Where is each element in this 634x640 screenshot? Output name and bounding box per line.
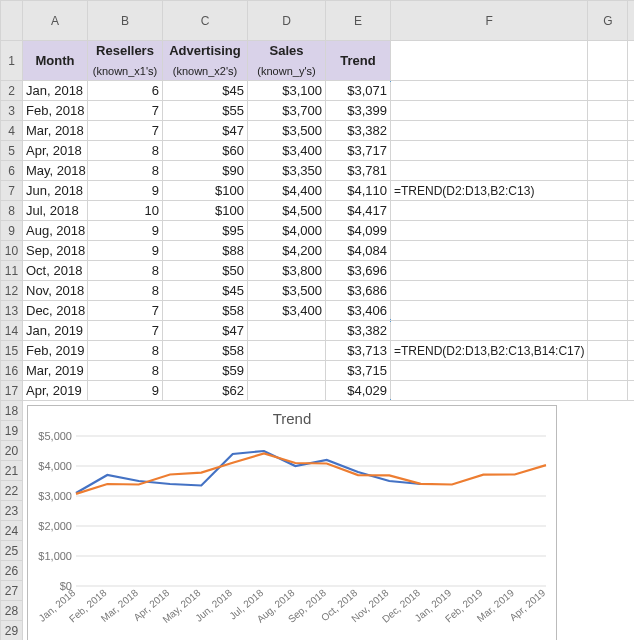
- cell-F8[interactable]: [391, 201, 588, 221]
- cell-D6[interactable]: $3,350: [248, 161, 326, 181]
- cell-E4[interactable]: $3,382: [326, 121, 391, 141]
- cell-H2[interactable]: [628, 81, 634, 101]
- table-header-B[interactable]: Resellers(known_x1's): [88, 41, 163, 81]
- cell-F10[interactable]: [391, 241, 588, 261]
- table-header-E[interactable]: Trend: [326, 41, 391, 81]
- cell-C4[interactable]: $47: [163, 121, 248, 141]
- row-header-28[interactable]: 28: [1, 601, 23, 621]
- cell-B10[interactable]: 9: [88, 241, 163, 261]
- cell-G7[interactable]: [588, 181, 628, 201]
- cell-D3[interactable]: $3,700: [248, 101, 326, 121]
- cell-H1[interactable]: [628, 41, 634, 81]
- cell-E10[interactable]: $4,084: [326, 241, 391, 261]
- cell-C7[interactable]: $100: [163, 181, 248, 201]
- row-header-20[interactable]: 20: [1, 441, 23, 461]
- row-header-19[interactable]: 19: [1, 421, 23, 441]
- row-header-16[interactable]: 16: [1, 361, 23, 381]
- cell-D17[interactable]: [248, 381, 326, 401]
- spreadsheet-grid[interactable]: ABCDEFGH1MonthResellers(known_x1's)Adver…: [0, 0, 634, 640]
- cell-H10[interactable]: [628, 241, 634, 261]
- cell-C3[interactable]: $55: [163, 101, 248, 121]
- cell-A7[interactable]: Jun, 2018: [23, 181, 88, 201]
- row-header-5[interactable]: 5: [1, 141, 23, 161]
- cell-H12[interactable]: [628, 281, 634, 301]
- cell-C15[interactable]: $58: [163, 341, 248, 361]
- cell-A6[interactable]: May, 2018: [23, 161, 88, 181]
- cell-B2[interactable]: 6: [88, 81, 163, 101]
- chart[interactable]: Trend$0$1,000$2,000$3,000$4,000$5,000Jan…: [27, 405, 557, 640]
- cell-F4[interactable]: [391, 121, 588, 141]
- cell-B6[interactable]: 8: [88, 161, 163, 181]
- cell-G6[interactable]: [588, 161, 628, 181]
- cell-A16[interactable]: Mar, 2019: [23, 361, 88, 381]
- cell-H17[interactable]: [628, 381, 634, 401]
- cell-G10[interactable]: [588, 241, 628, 261]
- cell-D15[interactable]: [248, 341, 326, 361]
- table-header-A[interactable]: Month: [23, 41, 88, 81]
- cell-H13[interactable]: [628, 301, 634, 321]
- col-header-B[interactable]: B: [88, 1, 163, 41]
- cell-B16[interactable]: 8: [88, 361, 163, 381]
- row-header-15[interactable]: 15: [1, 341, 23, 361]
- cell-E6[interactable]: $3,781: [326, 161, 391, 181]
- cell-C8[interactable]: $100: [163, 201, 248, 221]
- cell-E13[interactable]: $3,406: [326, 301, 391, 321]
- cell-E16[interactable]: $3,715: [326, 361, 391, 381]
- cell-F6[interactable]: [391, 161, 588, 181]
- row-header-26[interactable]: 26: [1, 561, 23, 581]
- cell-C2[interactable]: $45: [163, 81, 248, 101]
- cell-F1[interactable]: [391, 41, 588, 81]
- row-header-12[interactable]: 12: [1, 281, 23, 301]
- cell-A14[interactable]: Jan, 2019: [23, 321, 88, 341]
- cell-F7[interactable]: =TREND(D2:D13,B2:C13): [391, 181, 588, 201]
- cell-B15[interactable]: 8: [88, 341, 163, 361]
- table-header-C[interactable]: Advertising(known_x2's): [163, 41, 248, 81]
- cell-B8[interactable]: 10: [88, 201, 163, 221]
- cell-G13[interactable]: [588, 301, 628, 321]
- cell-B3[interactable]: 7: [88, 101, 163, 121]
- row-header-18[interactable]: 18: [1, 401, 23, 421]
- cell-G14[interactable]: [588, 321, 628, 341]
- cell-G12[interactable]: [588, 281, 628, 301]
- cell-D9[interactable]: $4,000: [248, 221, 326, 241]
- cell-A5[interactable]: Apr, 2018: [23, 141, 88, 161]
- row-header-8[interactable]: 8: [1, 201, 23, 221]
- cell-G11[interactable]: [588, 261, 628, 281]
- cell-H9[interactable]: [628, 221, 634, 241]
- cell-H11[interactable]: [628, 261, 634, 281]
- cell-B9[interactable]: 9: [88, 221, 163, 241]
- row-header-13[interactable]: 13: [1, 301, 23, 321]
- cell-A4[interactable]: Mar, 2018: [23, 121, 88, 141]
- cell-B13[interactable]: 7: [88, 301, 163, 321]
- table-header-D[interactable]: Sales(known_y's): [248, 41, 326, 81]
- row-header-9[interactable]: 9: [1, 221, 23, 241]
- row-header-1[interactable]: 1: [1, 41, 23, 81]
- row-header-25[interactable]: 25: [1, 541, 23, 561]
- cell-A3[interactable]: Feb, 2018: [23, 101, 88, 121]
- cell-E12[interactable]: $3,686: [326, 281, 391, 301]
- cell-C12[interactable]: $45: [163, 281, 248, 301]
- cell-A2[interactable]: Jan, 2018: [23, 81, 88, 101]
- cell-A10[interactable]: Sep, 2018: [23, 241, 88, 261]
- cell-H4[interactable]: [628, 121, 634, 141]
- col-header-G[interactable]: G: [588, 1, 628, 41]
- col-header-F[interactable]: F: [391, 1, 588, 41]
- cell-E11[interactable]: $3,696: [326, 261, 391, 281]
- cell-H15[interactable]: [628, 341, 634, 361]
- row-header-21[interactable]: 21: [1, 461, 23, 481]
- cell-G8[interactable]: [588, 201, 628, 221]
- col-header-A[interactable]: A: [23, 1, 88, 41]
- cell-D5[interactable]: $3,400: [248, 141, 326, 161]
- cell-F15[interactable]: =TREND(D2:D13,B2:C13,B14:C17): [391, 341, 588, 361]
- chart-container[interactable]: Trend$0$1,000$2,000$3,000$4,000$5,000Jan…: [23, 401, 634, 640]
- cell-C16[interactable]: $59: [163, 361, 248, 381]
- cell-D10[interactable]: $4,200: [248, 241, 326, 261]
- row-header-7[interactable]: 7: [1, 181, 23, 201]
- cell-G16[interactable]: [588, 361, 628, 381]
- cell-B11[interactable]: 8: [88, 261, 163, 281]
- cell-F13[interactable]: [391, 301, 588, 321]
- cell-H6[interactable]: [628, 161, 634, 181]
- row-header-10[interactable]: 10: [1, 241, 23, 261]
- cell-D4[interactable]: $3,500: [248, 121, 326, 141]
- cell-F12[interactable]: [391, 281, 588, 301]
